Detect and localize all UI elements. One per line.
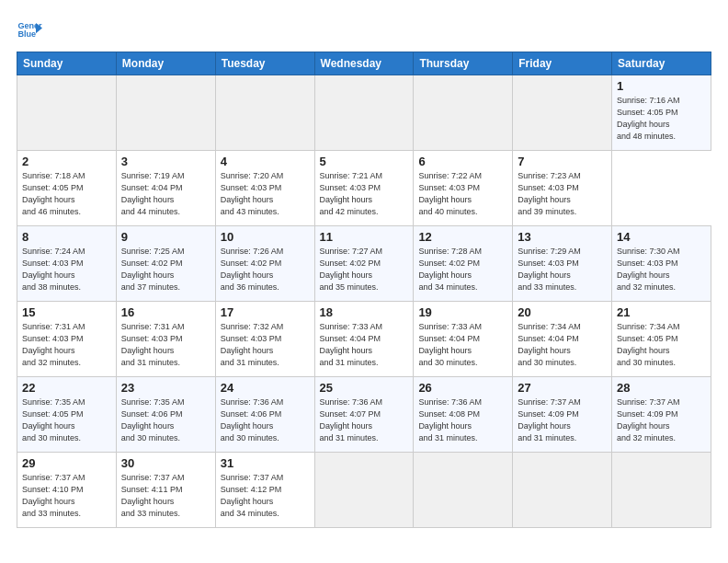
day-cell: 23 Sunrise: 7:35 AMSunset: 4:06 PMDaylig… [116, 377, 215, 453]
day-cell: 19 Sunrise: 7:33 AMSunset: 4:04 PMDaylig… [414, 302, 513, 377]
day-cell: 18 Sunrise: 7:33 AMSunset: 4:04 PMDaylig… [314, 302, 414, 377]
logo: General Blue [17, 17, 42, 42]
empty-cell [414, 75, 513, 151]
day-number: 7 [518, 155, 607, 168]
day-cell: 1 Sunrise: 7:16 AMSunset: 4:05 PMDayligh… [612, 75, 711, 151]
day-cell: 16 Sunrise: 7:31 AMSunset: 4:03 PMDaylig… [116, 302, 215, 377]
day-cell: 11 Sunrise: 7:27 AMSunset: 4:02 PMDaylig… [314, 226, 414, 302]
day-info: Sunrise: 7:22 AMSunset: 4:03 PMDaylight … [418, 171, 482, 216]
day-number: 27 [518, 381, 607, 395]
logo-icon: General Blue [17, 17, 42, 42]
day-of-week-header: Saturday [612, 52, 711, 75]
day-info: Sunrise: 7:30 AMSunset: 4:03 PMDaylight … [617, 247, 680, 292]
day-of-week-header: Tuesday [215, 52, 314, 75]
day-number: 6 [418, 155, 507, 168]
day-number: 15 [22, 305, 111, 319]
day-info: Sunrise: 7:25 AMSunset: 4:02 PMDaylight … [121, 247, 185, 292]
day-info: Sunrise: 7:33 AMSunset: 4:04 PMDaylight … [418, 322, 482, 367]
day-number: 1 [617, 79, 706, 93]
day-of-week-header: Friday [513, 52, 612, 75]
day-number: 30 [121, 456, 210, 470]
day-cell: 26 Sunrise: 7:36 AMSunset: 4:08 PMDaylig… [414, 377, 513, 453]
day-info: Sunrise: 7:36 AMSunset: 4:08 PMDaylight … [418, 397, 482, 442]
day-cell: 17 Sunrise: 7:32 AMSunset: 4:03 PMDaylig… [215, 302, 314, 377]
day-info: Sunrise: 7:19 AMSunset: 4:04 PMDaylight … [121, 171, 185, 216]
day-info: Sunrise: 7:37 AMSunset: 4:10 PMDaylight … [22, 473, 85, 518]
day-number: 5 [320, 155, 409, 168]
calendar-table: SundayMondayTuesdayWednesdayThursdayFrid… [17, 52, 711, 528]
day-info: Sunrise: 7:37 AMSunset: 4:09 PMDaylight … [518, 397, 581, 442]
day-info: Sunrise: 7:21 AMSunset: 4:03 PMDaylight … [320, 171, 383, 216]
day-number: 8 [22, 230, 111, 244]
day-cell: 13 Sunrise: 7:29 AMSunset: 4:03 PMDaylig… [513, 226, 612, 302]
calendar-week-row: 1 Sunrise: 7:16 AMSunset: 4:05 PMDayligh… [17, 75, 711, 151]
day-number: 22 [22, 381, 111, 395]
day-cell: 9 Sunrise: 7:25 AMSunset: 4:02 PMDayligh… [116, 226, 215, 302]
empty-cell [116, 75, 215, 151]
svg-text:Blue: Blue [17, 29, 36, 39]
empty-cell [314, 453, 414, 528]
day-number: 26 [418, 381, 507, 395]
day-cell: 5 Sunrise: 7:21 AMSunset: 4:03 PMDayligh… [314, 151, 414, 226]
day-info: Sunrise: 7:26 AMSunset: 4:02 PMDaylight … [221, 247, 284, 292]
day-number: 9 [121, 230, 210, 244]
day-number: 3 [121, 155, 210, 168]
calendar-week-row: 2 Sunrise: 7:18 AMSunset: 4:05 PMDayligh… [17, 151, 711, 226]
day-info: Sunrise: 7:37 AMSunset: 4:09 PMDaylight … [617, 397, 680, 442]
empty-cell [612, 453, 711, 528]
day-info: Sunrise: 7:34 AMSunset: 4:05 PMDaylight … [617, 322, 680, 367]
day-number: 12 [418, 230, 507, 244]
day-number: 10 [221, 230, 310, 244]
day-info: Sunrise: 7:36 AMSunset: 4:07 PMDaylight … [320, 397, 383, 442]
day-info: Sunrise: 7:33 AMSunset: 4:04 PMDaylight … [320, 322, 383, 367]
day-info: Sunrise: 7:29 AMSunset: 4:03 PMDaylight … [518, 247, 581, 292]
day-info: Sunrise: 7:36 AMSunset: 4:06 PMDaylight … [221, 397, 284, 442]
calendar-week-row: 15 Sunrise: 7:31 AMSunset: 4:03 PMDaylig… [17, 302, 711, 377]
calendar-body: 1 Sunrise: 7:16 AMSunset: 4:05 PMDayligh… [17, 75, 711, 528]
day-info: Sunrise: 7:31 AMSunset: 4:03 PMDaylight … [121, 322, 185, 367]
day-of-week-header: Thursday [414, 52, 513, 75]
day-cell: 6 Sunrise: 7:22 AMSunset: 4:03 PMDayligh… [414, 151, 513, 226]
day-cell: 4 Sunrise: 7:20 AMSunset: 4:03 PMDayligh… [215, 151, 314, 226]
day-cell: 25 Sunrise: 7:36 AMSunset: 4:07 PMDaylig… [314, 377, 414, 453]
calendar-week-row: 22 Sunrise: 7:35 AMSunset: 4:05 PMDaylig… [17, 377, 711, 453]
day-number: 20 [518, 305, 607, 319]
day-cell: 14 Sunrise: 7:30 AMSunset: 4:03 PMDaylig… [612, 226, 711, 302]
day-number: 31 [221, 456, 310, 470]
header: General Blue [17, 17, 711, 42]
day-number: 29 [22, 456, 111, 470]
day-info: Sunrise: 7:18 AMSunset: 4:05 PMDaylight … [22, 171, 85, 216]
day-cell: 24 Sunrise: 7:36 AMSunset: 4:06 PMDaylig… [215, 377, 314, 453]
empty-cell [414, 453, 513, 528]
day-cell: 20 Sunrise: 7:34 AMSunset: 4:04 PMDaylig… [513, 302, 612, 377]
empty-cell [17, 75, 117, 151]
day-info: Sunrise: 7:31 AMSunset: 4:03 PMDaylight … [22, 322, 85, 367]
day-cell: 2 Sunrise: 7:18 AMSunset: 4:05 PMDayligh… [17, 151, 117, 226]
day-of-week-header: Sunday [17, 52, 117, 75]
empty-cell [314, 75, 414, 151]
day-cell: 15 Sunrise: 7:31 AMSunset: 4:03 PMDaylig… [17, 302, 117, 377]
day-number: 14 [617, 230, 706, 244]
day-cell: 12 Sunrise: 7:28 AMSunset: 4:02 PMDaylig… [414, 226, 513, 302]
day-number: 24 [221, 381, 310, 395]
calendar-week-row: 8 Sunrise: 7:24 AMSunset: 4:03 PMDayligh… [17, 226, 711, 302]
day-number: 21 [617, 305, 706, 319]
day-cell: 7 Sunrise: 7:23 AMSunset: 4:03 PMDayligh… [513, 151, 612, 226]
day-number: 16 [121, 305, 210, 319]
day-info: Sunrise: 7:37 AMSunset: 4:12 PMDaylight … [221, 473, 284, 518]
day-info: Sunrise: 7:24 AMSunset: 4:03 PMDaylight … [22, 247, 85, 292]
day-cell: 28 Sunrise: 7:37 AMSunset: 4:09 PMDaylig… [612, 377, 711, 453]
day-info: Sunrise: 7:35 AMSunset: 4:05 PMDaylight … [22, 397, 85, 442]
day-info: Sunrise: 7:28 AMSunset: 4:02 PMDaylight … [418, 247, 482, 292]
page: General Blue SundayMondayTuesdayWednesda… [0, 0, 728, 563]
day-cell: 22 Sunrise: 7:35 AMSunset: 4:05 PMDaylig… [17, 377, 117, 453]
day-number: 4 [221, 155, 310, 168]
day-number: 17 [221, 305, 310, 319]
day-number: 23 [121, 381, 210, 395]
day-info: Sunrise: 7:37 AMSunset: 4:11 PMDaylight … [121, 473, 185, 518]
day-cell: 30 Sunrise: 7:37 AMSunset: 4:11 PMDaylig… [116, 453, 215, 528]
empty-cell [513, 453, 612, 528]
day-number: 2 [22, 155, 111, 168]
day-cell: 10 Sunrise: 7:26 AMSunset: 4:02 PMDaylig… [215, 226, 314, 302]
day-number: 18 [320, 305, 409, 319]
